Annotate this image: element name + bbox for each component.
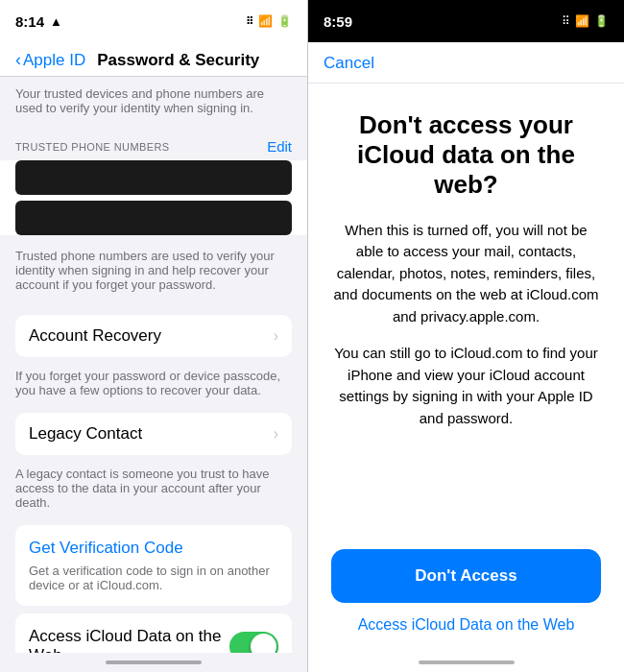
left-nav-bar: ‹ Apple ID Password & Security	[0, 42, 307, 77]
right-panel: 8:59 ⠿ 📶 🔋 Cancel Don't access your iClo…	[307, 0, 624, 672]
account-recovery-item[interactable]: Account Recovery ›	[15, 315, 292, 357]
modal-body-1: When this is turned off, you will not be…	[331, 220, 601, 328]
legacy-contact-label: Legacy Contact	[29, 424, 142, 444]
nav-title: Password & Security	[97, 51, 259, 70]
left-home-indicator	[0, 653, 307, 672]
left-scroll-content[interactable]: Your trusted devices and phone numbers a…	[0, 77, 307, 653]
right-grid-icon: ⠿	[562, 14, 570, 28]
grid-icon: ⠿	[246, 15, 253, 28]
verification-card: Get Verification Code Get a verification…	[15, 525, 292, 606]
account-recovery-label: Account Recovery	[29, 326, 161, 346]
left-status-bar: 8:14 ▲ ⠿ 📶 🔋	[0, 0, 307, 42]
modal-title: Don't access your iCloud data on the web…	[331, 110, 601, 201]
toggle-switch[interactable]	[229, 632, 278, 654]
verification-desc: Get a verification code to sign in on an…	[29, 564, 278, 592]
home-bar	[106, 660, 202, 664]
trusted-header: TRUSTED PHONE NUMBERS Edit	[0, 123, 307, 160]
left-nav-row: ‹ Apple ID Password & Security	[15, 50, 292, 70]
right-status-bar: 8:59 ⠿ 📶 🔋	[308, 0, 624, 42]
left-panel: 8:14 ▲ ⠿ 📶 🔋 ‹ Apple ID Password & Secur…	[0, 0, 307, 672]
legacy-contact-card: Legacy Contact ›	[15, 413, 292, 455]
trusted-description: Your trusted devices and phone numbers a…	[0, 77, 307, 123]
legacy-contact-desc: A legacy contact is someone you trust to…	[0, 463, 307, 517]
modal-spacer	[331, 444, 601, 549]
toggle-label: Access iCloud Data on the Web	[29, 627, 229, 653]
verification-link[interactable]: Get Verification Code	[29, 539, 278, 558]
right-wifi-icon: 📶	[575, 14, 589, 28]
back-button[interactable]: ‹ Apple ID	[15, 50, 85, 70]
account-recovery-card: Account Recovery ›	[15, 315, 292, 357]
phone-footer: Trusted phone numbers are used to verify…	[0, 241, 307, 307]
edit-button[interactable]: Edit	[267, 138, 292, 155]
wifi-icon: 📶	[258, 14, 273, 28]
phone-card	[0, 160, 307, 235]
right-nav: Cancel	[308, 42, 624, 84]
account-recovery-desc: If you forget your password or device pa…	[0, 365, 307, 405]
toggle-card: Access iCloud Data on the Web When this …	[15, 613, 292, 653]
location-icon: ▲	[50, 14, 62, 29]
right-content: Don't access your iCloud data on the web…	[308, 84, 624, 653]
chevron-left-icon: ‹	[15, 50, 21, 70]
right-battery-icon: 🔋	[594, 14, 609, 28]
left-time: 8:14 ▲	[15, 13, 62, 30]
right-home-bar	[419, 660, 515, 664]
right-time: 8:59	[324, 13, 352, 30]
chevron-right-icon-2: ›	[274, 425, 278, 443]
phone-entry-2	[15, 201, 292, 235]
dont-access-button[interactable]: Don't Access	[331, 549, 601, 603]
right-home-indicator	[308, 653, 624, 672]
right-status-icons: ⠿ 📶 🔋	[562, 14, 609, 28]
access-icloud-link[interactable]: Access iCloud Data on the Web	[331, 616, 601, 634]
toggle-knob	[251, 634, 276, 654]
battery-icon: 🔋	[277, 14, 292, 28]
chevron-right-icon: ›	[274, 327, 278, 345]
left-status-icons: ⠿ 📶 🔋	[246, 14, 292, 28]
phone-entry-1	[15, 160, 292, 195]
legacy-contact-item[interactable]: Legacy Contact ›	[15, 413, 292, 455]
modal-body-2: You can still go to iCloud.com to find y…	[331, 343, 601, 429]
toggle-row: Access iCloud Data on the Web	[29, 627, 278, 653]
cancel-button[interactable]: Cancel	[324, 54, 374, 72]
